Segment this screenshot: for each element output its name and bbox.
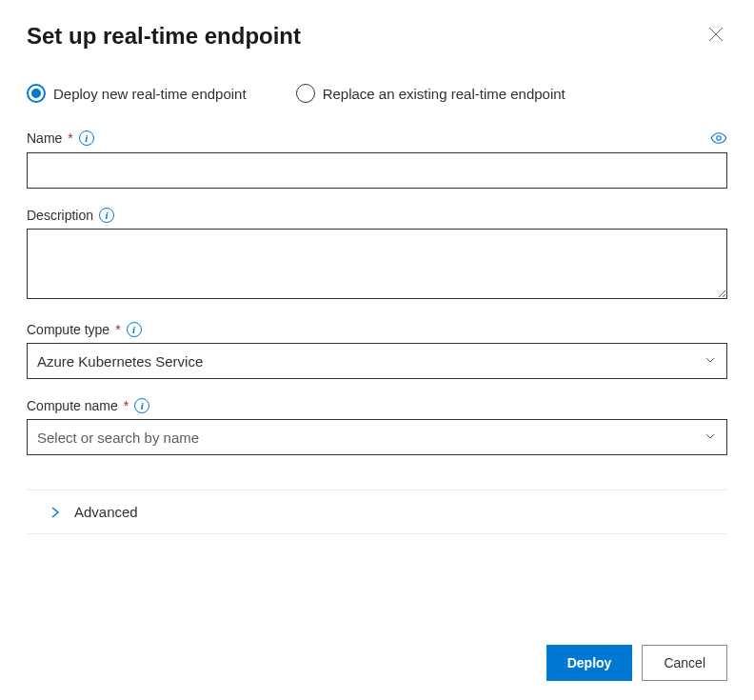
close-icon <box>708 27 724 42</box>
radio-deploy-new[interactable]: Deploy new real-time endpoint <box>27 84 247 103</box>
radio-circle-icon <box>296 84 315 103</box>
compute-type-label-left: Compute type * i <box>27 322 142 337</box>
dialog-footer: Deploy Cancel <box>546 645 727 681</box>
advanced-label: Advanced <box>74 504 138 520</box>
name-input[interactable] <box>27 152 727 189</box>
info-icon[interactable]: i <box>134 398 149 413</box>
compute-name-label-left: Compute name * i <box>27 398 149 413</box>
advanced-section: Advanced <box>27 490 727 534</box>
compute-type-value: Azure Kubernetes Service <box>37 353 203 370</box>
description-label-row: Description i <box>27 208 727 223</box>
info-icon[interactable]: i <box>79 130 94 146</box>
compute-type-select-wrap: Azure Kubernetes Service <box>27 343 727 379</box>
radio-dot-icon <box>31 89 41 98</box>
required-asterisk: * <box>115 322 120 337</box>
description-label: Description <box>27 208 93 223</box>
radio-replace-existing-label: Replace an existing real-time endpoint <box>323 86 566 102</box>
deploy-mode-radio-group: Deploy new real-time endpoint Replace an… <box>27 84 727 103</box>
dialog-title: Set up real-time endpoint <box>27 23 301 50</box>
compute-name-select[interactable]: Select or search by name <box>27 419 727 455</box>
compute-type-field-group: Compute type * i Azure Kubernetes Servic… <box>27 322 727 379</box>
required-asterisk: * <box>124 398 129 413</box>
required-asterisk: * <box>68 130 72 146</box>
dialog-header: Set up real-time endpoint <box>27 23 727 50</box>
compute-name-select-wrap: Select or search by name <box>27 419 727 455</box>
compute-type-select[interactable]: Azure Kubernetes Service <box>27 343 727 379</box>
cancel-button[interactable]: Cancel <box>642 645 727 681</box>
compute-name-label: Compute name <box>27 398 118 413</box>
compute-name-label-row: Compute name * i <box>27 398 727 413</box>
close-button[interactable] <box>704 23 727 46</box>
name-label: Name <box>27 130 62 146</box>
svg-point-0 <box>717 136 722 141</box>
description-field-group: Description i <box>27 208 727 303</box>
name-field-group: Name * i <box>27 130 727 189</box>
deploy-button[interactable]: Deploy <box>546 645 633 681</box>
name-label-row: Name * i <box>27 130 727 147</box>
chevron-right-icon <box>50 506 61 519</box>
advanced-toggle[interactable]: Advanced <box>27 490 727 533</box>
radio-circle-icon <box>27 84 46 103</box>
info-icon[interactable]: i <box>99 208 114 223</box>
radio-deploy-new-label: Deploy new real-time endpoint <box>53 86 247 102</box>
compute-type-label: Compute type <box>27 322 109 337</box>
name-label-left: Name * i <box>27 130 94 146</box>
compute-name-field-group: Compute name * i Select or search by nam… <box>27 398 727 455</box>
compute-type-label-row: Compute type * i <box>27 322 727 337</box>
radio-replace-existing[interactable]: Replace an existing real-time endpoint <box>296 84 566 103</box>
description-label-left: Description i <box>27 208 114 223</box>
info-icon[interactable]: i <box>127 322 142 337</box>
eye-icon[interactable] <box>710 130 727 147</box>
compute-name-placeholder: Select or search by name <box>37 430 199 446</box>
description-input[interactable] <box>27 229 727 299</box>
